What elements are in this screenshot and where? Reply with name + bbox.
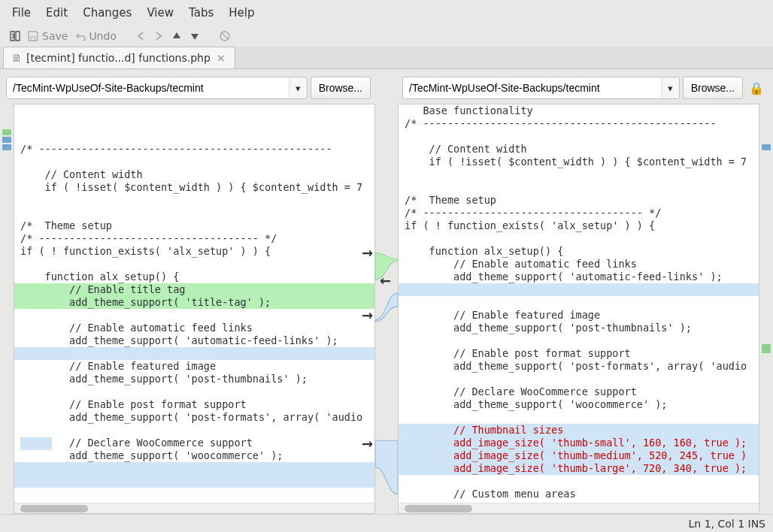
menu-edit[interactable]: Edit bbox=[38, 3, 75, 23]
tabbar: 🗎 [tecmint] functio...d] functions.php × bbox=[0, 47, 773, 69]
code-line[interactable] bbox=[14, 194, 374, 207]
chevron-down-icon[interactable]: ▾ bbox=[289, 77, 307, 98]
code-line[interactable]: add_theme_support( 'woocommerce' ); bbox=[399, 398, 759, 411]
undo-label: Undo bbox=[89, 30, 117, 42]
left-overview-gutter[interactable] bbox=[0, 104, 14, 514]
code-line[interactable]: add_theme_support( 'post-formats', array… bbox=[14, 411, 374, 424]
merge-right-arrow[interactable]: → bbox=[362, 307, 373, 323]
right-browse-button[interactable]: Browse... bbox=[683, 77, 743, 99]
code-line[interactable]: // Enable featured image bbox=[14, 360, 374, 373]
code-line[interactable]: if ( ! function_exists( 'alx_setup' ) ) … bbox=[399, 219, 759, 232]
code-line[interactable]: // Content width bbox=[399, 143, 759, 156]
menu-view[interactable]: View bbox=[139, 3, 181, 23]
close-icon[interactable]: × bbox=[215, 52, 227, 64]
code-line[interactable]: add_theme_support( 'automatic-feed-links… bbox=[14, 334, 374, 347]
code-line[interactable] bbox=[14, 207, 374, 219]
code-line[interactable]: add_theme_support( 'post-thumbnails' ); bbox=[399, 322, 759, 334]
push-right-icon[interactable] bbox=[153, 30, 165, 42]
chevron-down-icon[interactable]: ▾ bbox=[661, 77, 679, 98]
prev-diff-icon[interactable] bbox=[171, 30, 183, 42]
code-line[interactable]: /* ------------------------------------ … bbox=[399, 207, 759, 219]
code-line[interactable] bbox=[399, 181, 759, 194]
code-line[interactable]: // Enable title tag bbox=[14, 283, 374, 296]
code-line[interactable]: // Enable automatic feed links bbox=[14, 322, 374, 334]
code-line[interactable]: add_theme_support( 'automatic-feed-links… bbox=[399, 271, 759, 283]
lock-icon[interactable]: 🔒 bbox=[746, 81, 767, 95]
code-line[interactable]: // Enable automatic feed links bbox=[399, 258, 759, 271]
code-line[interactable] bbox=[14, 488, 374, 500]
code-line[interactable]: /* Theme setup bbox=[399, 194, 759, 207]
code-line[interactable] bbox=[14, 475, 374, 488]
menu-file[interactable]: File bbox=[5, 3, 38, 23]
code-line[interactable]: // Enable featured image bbox=[399, 309, 759, 322]
right-hscrollbar[interactable] bbox=[399, 503, 759, 513]
left-hscrollbar[interactable] bbox=[14, 503, 374, 513]
next-diff-icon[interactable] bbox=[189, 30, 201, 42]
code-line[interactable]: // Thumbnail sizes bbox=[399, 424, 759, 437]
code-line[interactable]: // Declare WooCommerce support bbox=[14, 437, 374, 449]
left-path-input[interactable] bbox=[7, 77, 289, 98]
right-pane[interactable]: Base functionality/* -------------------… bbox=[398, 104, 759, 514]
stop-icon[interactable] bbox=[219, 30, 231, 42]
diff-area: /* -------------------------------------… bbox=[0, 104, 773, 514]
code-line[interactable] bbox=[399, 168, 759, 181]
code-line[interactable] bbox=[14, 258, 374, 271]
code-line[interactable] bbox=[399, 334, 759, 347]
code-line[interactable] bbox=[399, 130, 759, 143]
right-path-combo[interactable]: ▾ bbox=[402, 77, 680, 99]
code-line[interactable] bbox=[399, 296, 759, 309]
code-line[interactable]: add_image_size( 'thumb-large', 720, 340,… bbox=[399, 462, 759, 475]
code-line[interactable]: // Custom menu areas bbox=[399, 488, 759, 500]
merge-right-arrow[interactable]: → bbox=[362, 436, 373, 452]
code-line[interactable] bbox=[399, 232, 759, 245]
save-label: Save bbox=[42, 30, 68, 42]
code-line[interactable] bbox=[399, 373, 759, 385]
code-line[interactable] bbox=[14, 347, 374, 360]
code-line[interactable]: add_theme_support( 'post-thumbnails' ); bbox=[14, 373, 374, 385]
code-line[interactable]: add_theme_support( 'title-tag' ); bbox=[14, 296, 374, 309]
left-browse-button[interactable]: Browse... bbox=[311, 77, 371, 99]
code-line[interactable] bbox=[14, 462, 374, 475]
code-line[interactable]: if ( !isset( $content_width ) ) { $conte… bbox=[14, 181, 374, 194]
code-line[interactable]: function alx_setup() { bbox=[399, 245, 759, 258]
menu-changes[interactable]: Changes bbox=[75, 3, 139, 23]
code-line[interactable] bbox=[399, 411, 759, 424]
code-line[interactable] bbox=[14, 309, 374, 322]
code-line[interactable]: add_theme_support( 'woocommerce' ); bbox=[14, 449, 374, 462]
compare-icon[interactable] bbox=[9, 30, 21, 42]
code-line[interactable]: add_image_size( 'thumb-medium', 520, 245… bbox=[399, 449, 759, 462]
code-line[interactable]: // Declare WooCommerce support bbox=[399, 385, 759, 398]
code-line[interactable]: // Enable post format support bbox=[14, 398, 374, 411]
code-line[interactable] bbox=[14, 156, 374, 168]
code-line[interactable]: if ( !isset( $content_width ) ) { $conte… bbox=[399, 156, 759, 168]
save-button[interactable]: Save bbox=[27, 30, 68, 42]
code-line[interactable] bbox=[14, 385, 374, 398]
menu-tabs[interactable]: Tabs bbox=[181, 3, 221, 23]
code-line[interactable] bbox=[399, 283, 759, 296]
code-line[interactable]: Base functionality bbox=[399, 104, 759, 117]
merge-right-arrow[interactable]: → bbox=[362, 245, 373, 261]
code-line[interactable] bbox=[14, 424, 374, 437]
code-line[interactable]: if ( ! function_exists( 'alx_setup' ) ) … bbox=[14, 245, 374, 258]
merge-left-arrow[interactable]: ← bbox=[380, 273, 391, 289]
left-pane[interactable]: /* -------------------------------------… bbox=[14, 104, 375, 514]
code-line[interactable]: // Enable post format support bbox=[399, 347, 759, 360]
code-line[interactable]: /* -------------------------------------… bbox=[14, 143, 374, 156]
code-line[interactable]: function alx_setup() { bbox=[14, 271, 374, 283]
right-overview-gutter[interactable] bbox=[759, 104, 773, 514]
code-line[interactable]: add_image_size( 'thumb-small', 160, 160,… bbox=[399, 437, 759, 449]
menu-help[interactable]: Help bbox=[221, 3, 262, 23]
code-line[interactable]: /* Theme setup bbox=[14, 219, 374, 232]
right-path-input[interactable] bbox=[403, 77, 661, 98]
code-line[interactable]: add_theme_support( 'post-formats', array… bbox=[399, 360, 759, 373]
left-code[interactable]: /* -------------------------------------… bbox=[14, 104, 374, 503]
code-line[interactable]: /* -------------------------------------… bbox=[399, 117, 759, 130]
code-line[interactable]: // Content width bbox=[14, 168, 374, 181]
code-line[interactable]: /* ------------------------------------ … bbox=[14, 232, 374, 245]
left-path-combo[interactable]: ▾ bbox=[6, 77, 308, 99]
right-code[interactable]: Base functionality/* -------------------… bbox=[399, 104, 759, 503]
push-left-icon[interactable] bbox=[135, 30, 147, 42]
tab-functions-php[interactable]: 🗎 [tecmint] functio...d] functions.php × bbox=[3, 47, 235, 68]
undo-button[interactable]: Undo bbox=[74, 30, 117, 42]
code-line[interactable] bbox=[399, 475, 759, 488]
